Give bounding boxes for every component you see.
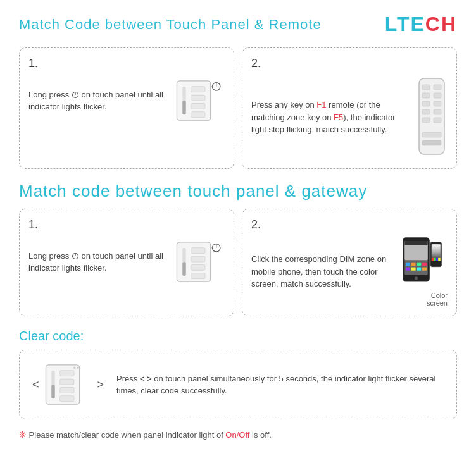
svg-rect-5	[191, 87, 205, 92]
svg-rect-7	[191, 103, 205, 109]
svg-rect-21	[422, 118, 430, 123]
footer-star: ※	[19, 429, 27, 440]
svg-rect-48	[404, 241, 427, 245]
section2-step1-number: 1.	[28, 218, 225, 232]
svg-rect-29	[182, 262, 185, 276]
svg-rect-56	[438, 258, 440, 261]
section1-step1-number: 1.	[28, 57, 225, 70]
highlight-f1: F1	[316, 100, 326, 109]
section2-step1-box: 1. Long press on touch panel until all i…	[19, 209, 234, 316]
svg-rect-53	[431, 258, 433, 261]
svg-rect-40	[406, 263, 410, 266]
section1-step2-content: Press any key on F1 remote (or the match…	[251, 75, 448, 159]
footer-note: ※ Please match/clear code when panel ind…	[19, 429, 457, 440]
svg-rect-13	[422, 85, 430, 90]
section1-step2-text: Press any key on F1 remote (or the match…	[251, 99, 410, 136]
clear-panel-container: < >	[32, 359, 104, 410]
svg-rect-18	[434, 101, 441, 106]
highlight-f5: F5	[334, 113, 343, 122]
svg-rect-16	[434, 93, 441, 98]
section2-title: Match code between touch panel & gateway	[19, 182, 457, 201]
svg-rect-31	[191, 256, 205, 262]
svg-rect-32	[191, 264, 205, 270]
svg-rect-19	[422, 109, 430, 114]
clear-code-box: < > Press < > on touch panel simultaneou…	[19, 350, 457, 419]
logo: LTECH	[385, 13, 457, 36]
svg-rect-4	[182, 101, 185, 114]
color-screen-label: Colorscreen	[397, 292, 448, 307]
section2-steps: 1. Long press on touch panel until all i…	[19, 209, 457, 316]
svg-rect-30	[191, 248, 205, 254]
page-header: Match Code between Touch Panel & Remote …	[19, 13, 457, 36]
power-icon-s1s1	[72, 91, 79, 99]
svg-rect-45	[411, 268, 415, 271]
section1-steps: 1. Long press on touch panel until all i…	[19, 47, 457, 169]
section2-step2-content: Click the corresponding DIM zone on mobi…	[251, 237, 448, 307]
svg-rect-8	[191, 112, 205, 118]
svg-rect-20	[434, 109, 441, 114]
svg-rect-44	[406, 268, 410, 271]
section2-step2-number: 2.	[251, 218, 448, 232]
touch-panel-s1s1	[174, 75, 225, 126]
svg-rect-55	[435, 258, 437, 261]
right-arrow-icon[interactable]: >	[97, 378, 104, 392]
svg-rect-43	[422, 263, 427, 266]
svg-rect-41	[411, 263, 415, 266]
clear-code-text: Press < > on touch panel simultaneously …	[116, 373, 444, 397]
section2-step2-box: 2. Click the corresponding DIM zone on m…	[242, 209, 457, 316]
left-arrow-icon[interactable]: <	[32, 378, 39, 392]
svg-point-64	[73, 367, 76, 369]
section2-step2-text: Click the corresponding DIM zone on mobi…	[251, 253, 391, 290]
section1-step2-number: 2.	[251, 57, 448, 70]
svg-rect-62	[60, 388, 73, 393]
page-title: Match Code between Touch Panel & Remote	[19, 16, 322, 33]
section1-step1-box: 1. Long press on touch panel until all i…	[19, 47, 234, 169]
svg-rect-63	[60, 396, 73, 402]
svg-rect-6	[191, 95, 205, 101]
svg-point-65	[77, 367, 79, 369]
clear-touch-panel	[43, 359, 94, 410]
remote-illus-s1s2	[416, 75, 448, 159]
svg-rect-54	[434, 258, 435, 261]
svg-rect-15	[422, 93, 430, 98]
phone-illus-s2s2: Colorscreen	[397, 237, 448, 307]
section2-step1-text: Long press on touch panel until all indi…	[28, 250, 168, 275]
power-icon-s2s1	[72, 252, 79, 260]
svg-rect-60	[60, 371, 73, 376]
svg-rect-24	[422, 140, 441, 145]
svg-rect-42	[416, 263, 421, 266]
clear-code-title: Clear code:	[19, 329, 457, 343]
svg-point-49	[414, 276, 417, 280]
svg-rect-33	[191, 273, 205, 279]
svg-rect-61	[60, 379, 73, 385]
footer-highlight: On/Off	[225, 430, 249, 440]
svg-rect-46	[416, 268, 421, 271]
section1-step1-content: Long press on touch panel until all indi…	[28, 75, 225, 126]
section1-step1-text: Long press on touch panel until all indi…	[28, 89, 168, 113]
touch-panel-s2s1	[174, 237, 225, 287]
svg-rect-17	[422, 101, 430, 106]
section1-step2-box: 2. Press any key on F1 remote (or the ma…	[242, 47, 457, 169]
svg-rect-59	[51, 385, 54, 398]
svg-rect-23	[422, 132, 441, 137]
svg-rect-22	[434, 118, 441, 123]
svg-rect-47	[422, 268, 427, 271]
svg-rect-14	[434, 85, 441, 90]
clear-brackets: < >	[140, 374, 152, 383]
section2-step1-content: Long press on touch panel until all indi…	[28, 237, 225, 287]
logo-accent: CH	[425, 13, 457, 35]
